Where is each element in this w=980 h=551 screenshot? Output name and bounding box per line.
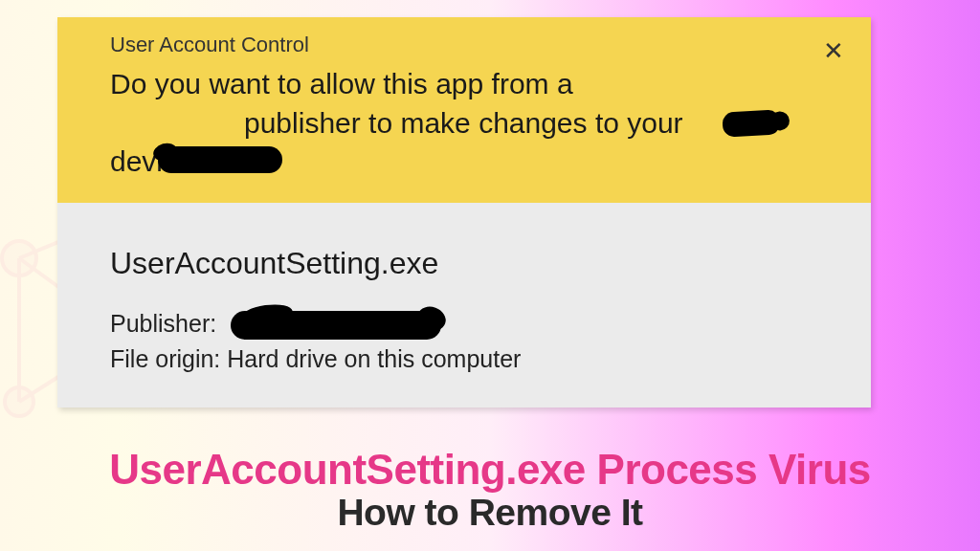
- file-origin-label: File origin:: [110, 345, 220, 372]
- uac-dialog: ✕ User Account Control Do you want to al…: [57, 17, 871, 408]
- redaction-mark: [722, 109, 780, 137]
- redaction-mark: [231, 311, 441, 340]
- app-name: UserAccountSetting.exe: [110, 246, 847, 281]
- caption-subtitle: How to Remove It: [0, 493, 980, 534]
- redaction-mark: [158, 146, 282, 173]
- close-icon[interactable]: ✕: [823, 38, 844, 63]
- caption: UserAccountSetting.exe Process Virus How…: [0, 447, 980, 534]
- svg-point-0: [2, 241, 36, 276]
- publisher-label: Publisher:: [110, 310, 216, 337]
- uac-body: UserAccountSetting.exe Publisher: File o…: [57, 203, 871, 408]
- caption-title: UserAccountSetting.exe Process Virus: [0, 447, 980, 493]
- uac-title: User Account Control: [110, 33, 847, 57]
- uac-question-line2: publisher to make changes to your: [244, 107, 683, 139]
- uac-header: ✕ User Account Control Do you want to al…: [57, 17, 871, 203]
- publisher-row: Publisher:: [110, 310, 847, 340]
- file-origin-row: File origin: Hard drive on this computer: [110, 345, 847, 373]
- svg-point-3: [5, 387, 33, 416]
- uac-question-line1: Do you want to allow this app from a: [110, 68, 573, 99]
- file-origin-value: Hard drive on this computer: [227, 345, 521, 372]
- uac-question: Do you want to allow this app from a pub…: [110, 65, 847, 182]
